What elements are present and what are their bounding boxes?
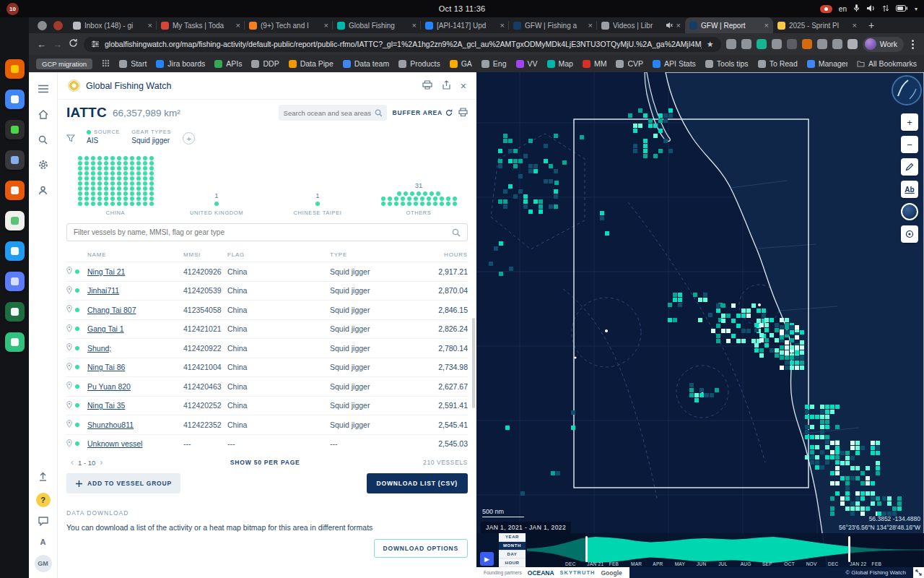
add-to-vessel-group-button[interactable]: ADD TO VESSEL GROUP: [66, 473, 180, 493]
bookmark-item[interactable]: Tools tips: [705, 59, 749, 68]
table-row[interactable]: Chang Tai 807412354058ChinaSquid jigger2…: [66, 300, 468, 319]
col-name[interactable]: NAME: [87, 251, 183, 258]
vessel-pin-icon[interactable]: [66, 420, 72, 429]
browser-tab[interactable]: 2025 - Sprint Pl×: [773, 17, 861, 33]
text-editor-icon[interactable]: [5, 181, 25, 200]
labels-button[interactable]: Ab: [901, 181, 918, 198]
profile-chip[interactable]: Work: [863, 37, 904, 52]
bookmark-item[interactable]: DDP: [251, 59, 279, 68]
download-list-csv-button[interactable]: DOWNLOAD LIST (CSV): [367, 473, 468, 493]
ruler-button[interactable]: [901, 158, 918, 176]
password-ext-icon[interactable]: [832, 39, 842, 49]
vessel-name-link[interactable]: Unknown vessel: [87, 439, 142, 448]
url-text[interactable]: globalfishingwatch.org/map/fishing-activ…: [105, 40, 702, 48]
flag-group[interactable]: 1CHINESE TAIPEI: [267, 191, 368, 216]
gear-type-value[interactable]: Squid jigger: [131, 137, 171, 144]
user-icon[interactable]: [35, 182, 51, 198]
flag-group[interactable]: CHINA: [65, 155, 166, 216]
google-logo[interactable]: Google: [601, 569, 622, 577]
add-filter-button[interactable]: +: [183, 132, 195, 144]
area-search-box[interactable]: [279, 105, 387, 121]
bookmark-star-icon[interactable]: ★: [707, 40, 714, 49]
volume-icon[interactable]: [866, 4, 876, 14]
help-button[interactable]: ?: [36, 493, 51, 507]
browser-tab[interactable]: (9+) Tech and I×: [245, 17, 333, 33]
system-menu-caret-icon[interactable]: ▾: [915, 6, 918, 12]
vessel-name-link[interactable]: Shunzhou811: [87, 420, 134, 429]
filter-funnel-icon[interactable]: [66, 132, 75, 145]
remote-desktop-icon[interactable]: [5, 272, 25, 291]
skytruth-logo[interactable]: SKYTRUTH: [560, 569, 596, 576]
network-icon[interactable]: [882, 4, 889, 14]
print-icon[interactable]: [422, 79, 432, 92]
vessel-name-link[interactable]: Gang Tai 1: [87, 324, 124, 333]
source-value[interactable]: AIS: [87, 137, 120, 144]
bookmark-item[interactable]: GA: [450, 59, 472, 68]
table-row[interactable]: Jinhai711412420539ChinaSquid jigger2,870…: [66, 281, 468, 301]
col-mmsi[interactable]: MMSI: [183, 251, 227, 258]
vessel-pin-icon[interactable]: [66, 305, 72, 314]
vessel-name-link[interactable]: Ning Tai 21: [87, 267, 125, 276]
table-row[interactable]: Unknown vessel---------2,545.03: [66, 434, 468, 454]
tab-close-icon[interactable]: ×: [236, 21, 240, 30]
vessel-pin-icon[interactable]: [66, 324, 72, 334]
bookmark-item[interactable]: Manager: [807, 59, 847, 68]
browser-tab[interactable]: GFW | Report×: [685, 17, 773, 33]
side-panel-icon[interactable]: [726, 39, 736, 49]
notes-ext-icon[interactable]: [817, 39, 827, 49]
clipper-ext-icon[interactable]: [772, 39, 782, 49]
tab-close-icon[interactable]: ×: [412, 21, 417, 30]
pinned-tab-2[interactable]: [53, 21, 63, 30]
vessel-pin-icon[interactable]: [66, 286, 72, 296]
zoom-out-button[interactable]: −: [901, 136, 918, 153]
search-icon[interactable]: [35, 131, 51, 147]
bookmark-item[interactable]: API Stats: [653, 59, 696, 68]
area-search-input[interactable]: [284, 109, 371, 117]
vessel-pin-icon[interactable]: [66, 343, 72, 353]
interval-day[interactable]: DAY: [499, 551, 526, 559]
table-row[interactable]: Ning Tai 86412421004ChinaSquid jigger2,7…: [66, 358, 468, 377]
browser-tab[interactable]: GFW | Fishing a×: [509, 17, 597, 33]
vessel-name-link[interactable]: Pu Yuan 820: [87, 382, 131, 391]
browser-tab[interactable]: Global Fishing×: [333, 17, 421, 33]
basemap-button[interactable]: [901, 203, 918, 220]
col-hours[interactable]: HOURS: [401, 251, 468, 258]
forward-button[interactable]: →: [52, 39, 63, 50]
vessel-filter-box[interactable]: [66, 223, 468, 241]
map[interactable]: +−Ab 500 nm JAN 1, 2021 - JAN 1, 2022 56…: [476, 72, 924, 578]
interval-hour[interactable]: HOUR: [499, 558, 526, 567]
table-row[interactable]: Ning Tai 21412420926ChinaSquid jigger2,9…: [66, 262, 468, 281]
puzzle-extensions-icon[interactable]: [847, 39, 858, 49]
table-row[interactable]: Shunzhou811412422352ChinaSquid jigger2,5…: [66, 415, 468, 434]
notes-icon[interactable]: [5, 211, 25, 230]
table-row[interactable]: Pu Yuan 820412420463ChinaSquid jigger2,6…: [66, 376, 468, 396]
vessel-pin-icon[interactable]: [66, 439, 72, 449]
vessel-name-link[interactable]: Chang Tai 807: [87, 306, 136, 314]
browser-tab[interactable]: My Tasks | Toda×: [157, 17, 245, 33]
back-button[interactable]: ←: [36, 39, 47, 50]
activity-heatmap[interactable]: [476, 72, 924, 578]
vessel-pin-icon[interactable]: [66, 401, 72, 410]
bookmark-item[interactable]: Jira boards: [156, 59, 205, 68]
feedback-icon[interactable]: [38, 516, 48, 529]
reload-button[interactable]: [68, 38, 79, 50]
terminal-icon[interactable]: [5, 120, 25, 139]
tab-muted-icon[interactable]: [666, 22, 673, 29]
next-page-icon[interactable]: ›: [95, 457, 107, 467]
bookmark-item[interactable]: Data team: [343, 59, 389, 68]
battery-icon[interactable]: [896, 5, 908, 13]
chrome-icon[interactable]: [5, 90, 25, 109]
download-options-button[interactable]: DOWNLOAD OPTIONS: [374, 539, 468, 558]
source-filter[interactable]: SOURCE AIS: [87, 129, 120, 144]
files-icon[interactable]: [5, 150, 25, 170]
tab-close-icon[interactable]: ×: [500, 21, 505, 30]
bookmark-item[interactable]: VV: [516, 59, 538, 68]
panel-scrollbar[interactable]: [472, 318, 475, 408]
globe-minimap[interactable]: [891, 74, 923, 109]
vessel-filter-input[interactable]: [74, 228, 448, 236]
browser-tab[interactable]: Inbox (148) - gi×: [69, 17, 157, 33]
vessel-pin-icon[interactable]: [66, 267, 72, 276]
software-center-icon[interactable]: [5, 332, 25, 352]
vessel-name-link[interactable]: Ning Tai 35: [87, 401, 125, 410]
microphone-icon[interactable]: [853, 4, 860, 14]
